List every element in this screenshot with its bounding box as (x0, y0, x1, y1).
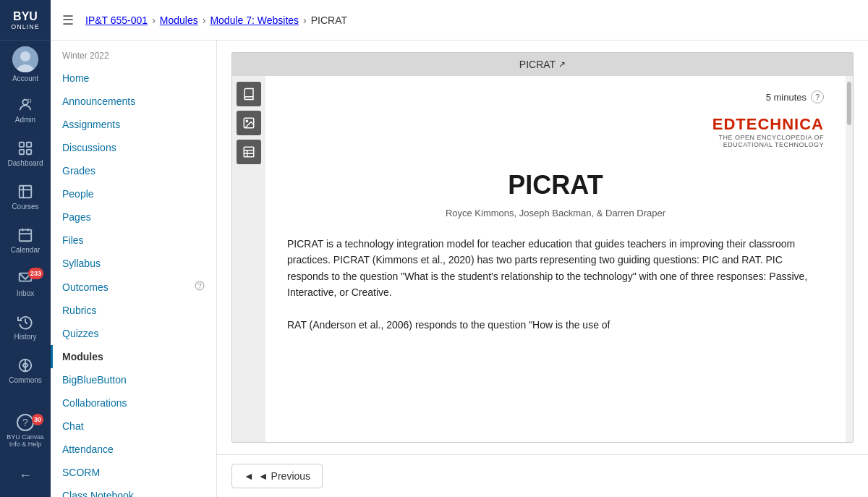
svg-rect-10 (27, 150, 31, 154)
nav-item-admin[interactable]: Admin (0, 88, 51, 132)
nav-item-commons[interactable]: Commons (0, 349, 51, 392)
nav-files[interactable]: Files (51, 229, 216, 252)
breadcrumb-sep-2: › (203, 14, 206, 26)
nav-label-courses: Courses (12, 203, 38, 211)
logo-line2: ONLINE (11, 23, 40, 31)
previous-button[interactable]: ◄ ◄ Previous (231, 464, 323, 488)
nav-label-inbox: Inbox (17, 289, 34, 297)
breadcrumb-course[interactable]: IP&T 655-001 (85, 14, 148, 26)
doc-authors: Royce Kimmons, Joseph Backman, & Darren … (287, 208, 824, 218)
svg-point-1 (20, 51, 30, 61)
doc-brand: EDTECHNICA THE OPEN ENCYCLOPEDIA OF EDUC… (287, 115, 824, 148)
svg-point-3 (22, 100, 27, 105)
menu-button[interactable]: ☰ (62, 12, 74, 28)
svg-rect-24 (244, 147, 254, 157)
logo: BYU ONLINE (0, 0, 51, 41)
courses-icon (17, 183, 34, 200)
nav-item-inbox[interactable]: 233 Inbox (0, 262, 51, 305)
picrat-scrollbar[interactable] (846, 76, 853, 442)
nav-discussions[interactable]: Discussions (51, 136, 216, 159)
nav-modules[interactable]: Modules (51, 345, 216, 368)
breadcrumb-module7[interactable]: Module 7: Websites (210, 14, 299, 26)
timer-help-icon[interactable]: ? (811, 90, 824, 103)
picrat-sidebar-tools (232, 76, 265, 442)
breadcrumb-sep-3: › (303, 14, 307, 26)
svg-rect-8 (27, 143, 31, 147)
nav-label-dashboard: Dashboard (8, 159, 43, 167)
avatar (12, 46, 38, 72)
nav-people[interactable]: People (51, 182, 216, 205)
commons-icon (17, 357, 34, 374)
svg-rect-7 (20, 143, 24, 147)
nav-outcomes[interactable]: Outcomes (51, 275, 216, 299)
nav-label-admin: Admin (15, 116, 35, 124)
byu-canvas-icon: ? (17, 414, 34, 431)
nav-item-account[interactable]: Account (0, 41, 51, 88)
nav-quizzes[interactable]: Quizzes (51, 322, 216, 345)
page-panel: PICRAT ↗ (217, 41, 868, 497)
course-nav: Winter 2022 Home Announcements Assignmen… (51, 41, 217, 497)
nav-attendance[interactable]: Attendance (51, 438, 216, 461)
tool-image[interactable] (237, 111, 261, 135)
svg-rect-9 (20, 150, 24, 154)
picrat-title: PICRAT (519, 59, 556, 70)
nav-scorm[interactable]: SCORM (51, 461, 216, 484)
nav-label-history: History (14, 333, 36, 341)
tool-book[interactable] (237, 82, 261, 106)
global-nav: BYU ONLINE Account Admin (0, 0, 51, 497)
logo-line1: BYU (11, 9, 40, 23)
tool-layout[interactable] (237, 140, 261, 164)
nav-bottom: 30 ? BYU Canvas Info & Help ← (0, 408, 51, 497)
breadcrumb-modules[interactable]: Modules (160, 14, 198, 26)
doc-body: PICRAT is a technology integration model… (287, 236, 824, 333)
brand-name: EDTECHNICA (287, 115, 824, 134)
picrat-doc[interactable]: 5 minutes ? EDTECHNICA THE OPEN ENCYCLOP… (265, 76, 846, 442)
external-link-icon[interactable]: ↗ (558, 59, 566, 69)
nav-chat[interactable]: Chat (51, 415, 216, 438)
picrat-content-area: 5 minutes ? EDTECHNICA THE OPEN ENCYCLOP… (232, 76, 853, 442)
svg-rect-11 (20, 186, 32, 198)
collapse-icon: ← (17, 467, 34, 484)
nav-assignments[interactable]: Assignments (51, 113, 216, 136)
nav-item-byu-canvas[interactable]: 30 ? BYU Canvas Info & Help (0, 408, 51, 454)
nav-outcomes-label: Outcomes (62, 281, 109, 293)
top-bar: ☰ IP&T 655-001 › Modules › Module 7: Web… (51, 0, 868, 41)
nav-label-calendar: Calendar (11, 246, 41, 254)
inbox-badge: 233 (28, 268, 43, 279)
admin-icon (17, 96, 34, 114)
picrat-scrollbar-thumb[interactable] (847, 82, 851, 125)
nav-rubrics[interactable]: Rubrics (51, 299, 216, 322)
breadcrumb-sep-1: › (152, 14, 156, 26)
nav-label-byu-canvas: BYU Canvas Info & Help (3, 433, 48, 448)
doc-title: PICRAT (287, 170, 824, 200)
nav-syllabus[interactable]: Syllabus (51, 252, 216, 275)
nav-collaborations[interactable]: Collaborations (51, 391, 216, 415)
nav-item-collapse[interactable]: ← (0, 454, 51, 497)
nav-home[interactable]: Home (51, 67, 216, 90)
breadcrumb-current: PICRAT (311, 14, 347, 26)
nav-pages[interactable]: Pages (51, 205, 216, 229)
course-season: Winter 2022 (51, 41, 216, 67)
nav-class-notebook[interactable]: Class Notebook (51, 484, 216, 497)
main-area: ☰ IP&T 655-001 › Modules › Module 7: Web… (51, 0, 868, 497)
picrat-frame: PICRAT ↗ (231, 52, 854, 443)
picrat-frame-wrapper: PICRAT ↗ (217, 41, 868, 454)
svg-rect-14 (20, 230, 32, 242)
nav-bigbluebutton[interactable]: BigBlueButton (51, 368, 216, 391)
svg-point-23 (246, 120, 247, 122)
doc-paragraph-1: PICRAT is a technology integration model… (287, 236, 824, 301)
nav-grades[interactable]: Grades (51, 159, 216, 182)
byu-canvas-badge: 30 (32, 414, 43, 425)
content-area: Winter 2022 Home Announcements Assignmen… (51, 41, 868, 497)
nav-item-history[interactable]: History (0, 305, 51, 349)
nav-item-dashboard[interactable]: Dashboard (0, 132, 51, 175)
nav-label-commons: Commons (9, 376, 42, 384)
brand-subtitle-1: THE OPEN ENCYCLOPEDIA OF EDUCATIONAL TEC… (287, 134, 824, 148)
nav-announcements[interactable]: Announcements (51, 90, 216, 113)
picrat-frame-header: PICRAT ↗ (232, 53, 853, 76)
nav-item-calendar[interactable]: Calendar (0, 218, 51, 262)
nav-item-courses[interactable]: Courses (0, 175, 51, 218)
history-icon (17, 313, 34, 331)
doc-paragraph-2: RAT (Anderson et al., 2006) responds to … (287, 317, 824, 333)
bottom-bar: ◄ ◄ Previous (217, 454, 868, 497)
